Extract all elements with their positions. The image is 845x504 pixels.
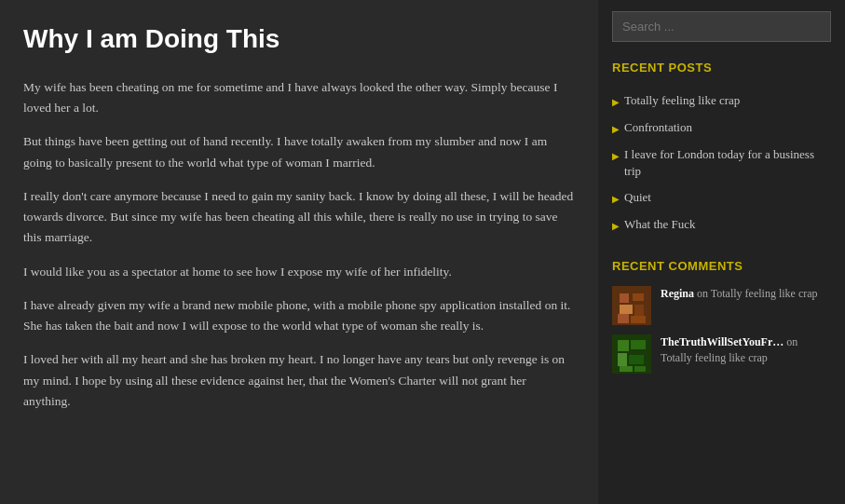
list-item[interactable]: ▶Quiet — [612, 184, 831, 211]
comment-text: Regina on Totally feeling like crap — [661, 286, 818, 302]
arrow-icon: ▶ — [612, 192, 620, 207]
list-item[interactable]: ▶Confrontation — [612, 115, 831, 142]
page-wrapper: Why I am Doing This My wife has been che… — [0, 0, 845, 504]
post-link[interactable]: What the Fuck — [624, 216, 696, 233]
avatar — [612, 286, 651, 325]
post-link[interactable]: Totally feeling like crap — [624, 92, 740, 109]
arrow-icon: ▶ — [612, 122, 620, 137]
post-list: ▶Totally feeling like crap▶Confrontation… — [612, 88, 831, 238]
post-link[interactable]: Confrontation — [624, 119, 692, 136]
comment-item: Regina on Totally feeling like crap — [612, 286, 831, 325]
recent-comments-title: RECENT COMMENTS — [612, 257, 831, 277]
svg-rect-4 — [634, 305, 644, 316]
arrow-icon: ▶ — [612, 219, 620, 234]
post-title: Why I am Doing This — [23, 19, 575, 61]
post-paragraph: I really don't care anymore because I ne… — [23, 186, 575, 249]
svg-rect-6 — [631, 316, 646, 323]
list-item[interactable]: ▶Totally feeling like crap — [612, 88, 831, 115]
post-paragraph: My wife has been cheating on me for some… — [23, 77, 575, 119]
svg-rect-10 — [618, 353, 627, 366]
svg-rect-3 — [620, 305, 633, 314]
svg-rect-13 — [634, 366, 646, 372]
svg-rect-1 — [620, 293, 629, 303]
post-paragraph: But things have been getting out of hand… — [23, 131, 575, 173]
post-body: My wife has been cheating on me for some… — [23, 77, 575, 412]
commenter-name: TheTruthWillSetYouFr… — [661, 335, 784, 348]
post-paragraph: I have already given my wife a brand new… — [23, 295, 575, 337]
svg-rect-11 — [629, 355, 644, 364]
on-text: on — [694, 287, 711, 300]
svg-rect-12 — [620, 366, 633, 372]
arrow-icon: ▶ — [612, 95, 620, 110]
post-paragraph: I would like you as a spectator at home … — [23, 262, 575, 282]
sidebar: RECENT POSTS ▶Totally feeling like crap▶… — [598, 0, 845, 504]
comments-list: Regina on Totally feeling like crapTheTr… — [612, 286, 831, 374]
recent-posts-section: RECENT POSTS ▶Totally feeling like crap▶… — [612, 59, 831, 238]
comment-post-link[interactable]: Totally feeling like crap — [661, 351, 768, 364]
main-content: Why I am Doing This My wife has been che… — [0, 0, 598, 504]
svg-rect-2 — [633, 293, 644, 301]
post-link[interactable]: Quiet — [624, 189, 651, 206]
svg-rect-8 — [618, 340, 629, 351]
svg-rect-9 — [631, 340, 646, 349]
recent-comments-section: RECENT COMMENTS Regina on Totally feelin… — [612, 257, 831, 374]
commenter-name: Regina — [661, 287, 694, 300]
comment-item: TheTruthWillSetYouFr… on Totally feeling… — [612, 334, 831, 374]
arrow-icon: ▶ — [612, 149, 620, 164]
comment-text: TheTruthWillSetYouFr… on Totally feeling… — [661, 334, 831, 366]
recent-posts-title: RECENT POSTS — [612, 59, 831, 78]
post-link[interactable]: I leave for London today for a business … — [624, 146, 831, 180]
on-text: on — [784, 335, 797, 348]
post-paragraph: I loved her with all my heart and she ha… — [23, 349, 575, 412]
search-input[interactable] — [612, 11, 831, 42]
svg-rect-5 — [618, 314, 629, 323]
list-item[interactable]: ▶What the Fuck — [612, 211, 831, 238]
list-item[interactable]: ▶I leave for London today for a business… — [612, 142, 831, 184]
avatar — [612, 334, 651, 374]
comment-post-link[interactable]: Totally feeling like crap — [711, 287, 818, 300]
